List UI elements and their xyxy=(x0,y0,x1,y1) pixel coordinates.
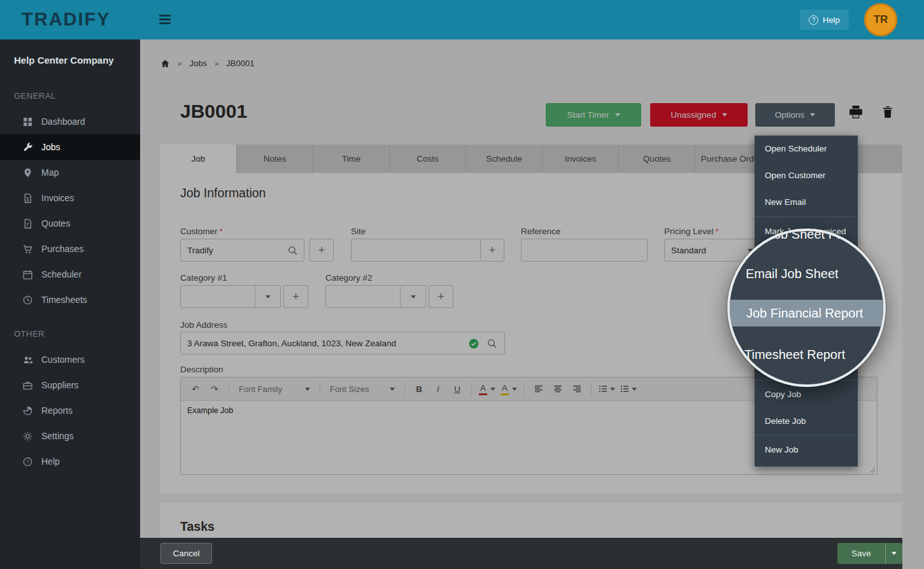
sidebar-item-customers[interactable]: Customers xyxy=(0,347,140,372)
zoom-bubble: Job Sheet PDF Email Job Sheet Job Financ… xyxy=(727,228,886,387)
help-button[interactable]: ? Help xyxy=(800,10,849,30)
clock-icon xyxy=(23,295,32,305)
tradify-logo[interactable]: TRADIFY xyxy=(22,9,111,30)
menu-divider xyxy=(755,216,858,217)
sidebar-item-invoices[interactable]: Invoices xyxy=(0,185,140,211)
menu-item-new-email[interactable]: New Email xyxy=(755,189,858,216)
section-label-general: GENERAL xyxy=(14,91,140,101)
quote-document-icon xyxy=(23,219,32,228)
main-content: > Jobs > JB0001 JB0001 Start Timer Unass… xyxy=(140,39,924,569)
avatar[interactable]: TR xyxy=(864,3,897,36)
cart-icon xyxy=(23,244,32,254)
menu-item-new-job[interactable]: New Job xyxy=(755,437,858,463)
pie-chart-icon xyxy=(23,406,32,416)
sidebar-item-timesheets[interactable]: Timesheets xyxy=(0,287,140,313)
sidebar-item-purchases[interactable]: Purchases xyxy=(0,236,140,262)
footer-bar: Cancel Save xyxy=(140,538,902,569)
gear-icon xyxy=(23,432,32,441)
dashboard-icon xyxy=(23,117,32,127)
sidebar-item-map[interactable]: Map xyxy=(0,160,140,185)
top-navigation-bar: TRADIFY ? Help TR xyxy=(0,0,924,39)
sidebar-item-reports[interactable]: Reports xyxy=(0,398,140,423)
sidebar-item-quotes[interactable]: Quotes xyxy=(0,211,140,236)
svg-text:?: ? xyxy=(26,459,29,465)
briefcase-icon xyxy=(23,381,32,390)
question-circle-icon: ? xyxy=(23,457,32,467)
wrench-icon xyxy=(23,143,32,152)
people-icon xyxy=(23,355,32,365)
save-options-button[interactable] xyxy=(885,543,902,564)
sidebar-item-dashboard[interactable]: Dashboard xyxy=(0,109,140,134)
sidebar-item-scheduler[interactable]: Scheduler xyxy=(0,262,140,287)
save-button-group: Save xyxy=(837,543,902,564)
section-label-other: OTHER xyxy=(14,329,140,339)
menu-divider xyxy=(755,435,858,435)
zoom-item-highlight[interactable]: Job Financial Report xyxy=(727,300,886,327)
zoom-item-job-financial-report: Job Financial Report xyxy=(746,300,863,327)
menu-item-open-scheduler[interactable]: Open Scheduler xyxy=(755,136,858,162)
sidebar: Help Center Company GENERAL Dashboard Jo… xyxy=(0,39,140,569)
hamburger-icon[interactable] xyxy=(159,15,171,25)
menu-item-delete-job[interactable]: Delete Job xyxy=(755,408,858,435)
sidebar-item-suppliers[interactable]: Suppliers xyxy=(0,372,140,398)
map-pin-icon xyxy=(23,168,32,178)
cancel-button[interactable]: Cancel xyxy=(160,543,212,564)
app-window: > Jobs > JB0001 JB0001 Start Timer Unass… xyxy=(0,0,924,569)
sidebar-item-jobs[interactable]: Jobs xyxy=(0,134,140,160)
calendar-icon xyxy=(23,270,32,279)
sidebar-item-help[interactable]: ? Help xyxy=(0,449,140,474)
save-button[interactable]: Save xyxy=(837,543,885,564)
zoom-item-timesheet-report[interactable]: Timesheet Report xyxy=(744,348,845,362)
chevron-down-icon xyxy=(892,552,897,555)
sidebar-item-settings[interactable]: Settings xyxy=(0,423,140,449)
zoom-item-email-job-sheet[interactable]: Email Job Sheet xyxy=(746,267,839,281)
menu-item-open-customer[interactable]: Open Customer xyxy=(755,162,858,189)
question-circle-icon: ? xyxy=(809,15,818,25)
invoice-document-icon xyxy=(23,193,32,203)
company-name: Help Center Company xyxy=(0,39,140,66)
